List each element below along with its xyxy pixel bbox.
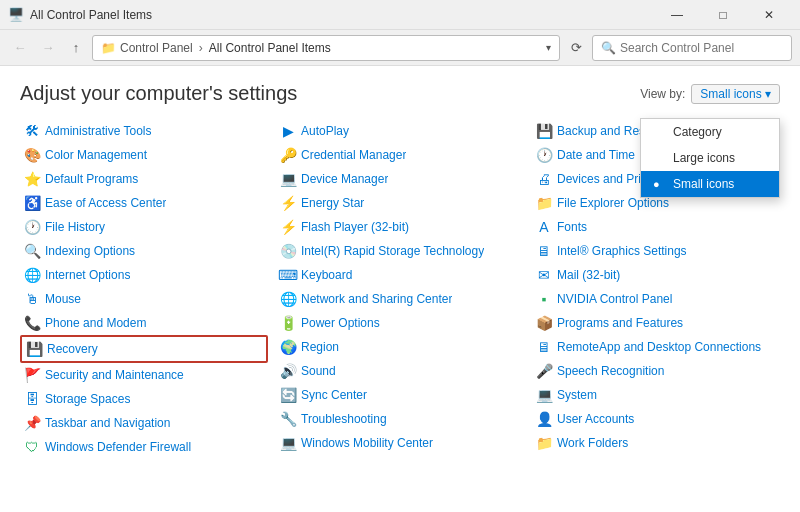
list-item[interactable]: ⌨Keyboard [276,263,524,287]
view-by-control: View by: Small icons ▾ [640,84,780,104]
dropdown-arrow-icon[interactable]: ▾ [546,42,551,53]
list-item[interactable]: 🛠Administrative Tools [20,119,268,143]
minimize-button[interactable]: — [654,0,700,30]
list-item[interactable]: 🌐Internet Options [20,263,268,287]
cp-icon: A [536,219,552,235]
cp-icon: 💿 [280,243,296,259]
search-input[interactable] [620,41,783,55]
dropdown-item-category[interactable]: Category [641,119,779,145]
back-button[interactable]: ← [8,36,32,60]
cp-icon: ⚡ [280,219,296,235]
cp-item-label: Administrative Tools [45,124,152,138]
list-item[interactable]: 🌍Region [276,335,524,359]
cp-item-label: Power Options [301,316,380,330]
list-item[interactable]: 💻Device Manager [276,167,524,191]
list-item[interactable]: 🗄Storage Spaces [20,387,268,411]
dropdown-item-large-icons[interactable]: Large icons [641,145,779,171]
cp-item-label: Energy Star [301,196,364,210]
list-item[interactable]: ⚡Flash Player (32-bit) [276,215,524,239]
cp-item-label: Intel(R) Rapid Storage Technology [301,244,484,258]
list-item[interactable]: 💾Recovery [20,335,268,363]
grid-column: ▶AutoPlay🔑Credential Manager💻Device Mana… [276,119,524,459]
list-item[interactable]: 📦Programs and Features [532,311,780,335]
cp-item-label: Sync Center [301,388,367,402]
list-item[interactable]: 📞Phone and Modem [20,311,268,335]
list-item[interactable]: ▪NVIDIA Control Panel [532,287,780,311]
cp-item-label: Network and Sharing Center [301,292,452,306]
refresh-button[interactable]: ⟳ [564,36,588,60]
list-item[interactable]: 📁Work Folders [532,431,780,455]
up-button[interactable]: ↑ [64,36,88,60]
maximize-button[interactable]: □ [700,0,746,30]
list-item[interactable]: AFonts [532,215,780,239]
view-by-button[interactable]: Small icons ▾ [691,84,780,104]
breadcrumb-all-items[interactable]: All Control Panel Items [209,41,331,55]
search-box[interactable]: 🔍 [592,35,792,61]
header-row: Adjust your computer's settings View by:… [20,82,780,105]
cp-icon: 🖥 [536,243,552,259]
list-item[interactable]: 🌐Network and Sharing Center [276,287,524,311]
list-item[interactable]: 🖥Intel® Graphics Settings [532,239,780,263]
cp-icon: 🔋 [280,315,296,331]
list-item[interactable]: ✉Mail (32-bit) [532,263,780,287]
dropdown-item-small-icons[interactable]: ● Small icons [641,171,779,197]
cp-item-label: AutoPlay [301,124,349,138]
grid-column: 🛠Administrative Tools🎨Color Management⭐D… [20,119,268,459]
list-item[interactable]: 💿Intel(R) Rapid Storage Technology [276,239,524,263]
cp-item-label: Taskbar and Navigation [45,416,170,430]
list-item[interactable]: 🕐File History [20,215,268,239]
list-item[interactable]: 🔄Sync Center [276,383,524,407]
cp-icon: 💻 [280,435,296,451]
address-box[interactable]: 📁 Control Panel › All Control Panel Item… [92,35,560,61]
cp-icon: 📁 [536,435,552,451]
list-item[interactable]: 🎤Speech Recognition [532,359,780,383]
cp-icon: 🔍 [24,243,40,259]
cp-icon: 🎤 [536,363,552,379]
cp-item-label: File Explorer Options [557,196,669,210]
list-item[interactable]: 🎨Color Management [20,143,268,167]
cp-item-label: Intel® Graphics Settings [557,244,687,258]
cp-icon: ✉ [536,267,552,283]
dropdown-label: Large icons [673,151,735,165]
list-item[interactable]: 🔋Power Options [276,311,524,335]
list-item[interactable]: 🚩Security and Maintenance [20,363,268,387]
cp-item-label: Ease of Access Center [45,196,166,210]
list-item[interactable]: 🔧Troubleshooting [276,407,524,431]
cp-icon: ♿ [24,195,40,211]
breadcrumb-control-panel[interactable]: Control Panel [120,41,193,55]
cp-item-label: Security and Maintenance [45,368,184,382]
list-item[interactable]: ⚡Energy Star [276,191,524,215]
cp-icon: 👤 [536,411,552,427]
list-item[interactable]: 🔊Sound [276,359,524,383]
list-item[interactable]: 🖱Mouse [20,287,268,311]
list-item[interactable]: ⭐Default Programs [20,167,268,191]
cp-icon: ⌨ [280,267,296,283]
list-item[interactable]: 📌Taskbar and Navigation [20,411,268,435]
address-bar: ← → ↑ 📁 Control Panel › All Control Pane… [0,30,800,66]
list-item[interactable]: 🔑Credential Manager [276,143,524,167]
list-item[interactable]: 💻Windows Mobility Center [276,431,524,455]
window-controls: — □ ✕ [654,0,792,30]
cp-icon: 🔊 [280,363,296,379]
forward-button[interactable]: → [36,36,60,60]
list-item[interactable]: 🛡Windows Defender Firewall [20,435,268,459]
list-item[interactable]: 🔍Indexing Options [20,239,268,263]
cp-icon: 💻 [280,171,296,187]
window-title: All Control Panel Items [30,8,152,22]
list-item[interactable]: ▶AutoPlay [276,119,524,143]
close-button[interactable]: ✕ [746,0,792,30]
folder-icon: 📁 [101,41,116,55]
cp-item-label: Fonts [557,220,587,234]
list-item[interactable]: 💻System [532,383,780,407]
list-item[interactable]: ♿Ease of Access Center [20,191,268,215]
list-item[interactable]: 🖥RemoteApp and Desktop Connections [532,335,780,359]
cp-item-label: User Accounts [557,412,634,426]
page-title: Adjust your computer's settings [20,82,297,105]
cp-icon: 🖱 [24,291,40,307]
cp-icon: 🌐 [24,267,40,283]
cp-item-label: Windows Mobility Center [301,436,433,450]
cp-item-label: Phone and Modem [45,316,146,330]
cp-icon: 🎨 [24,147,40,163]
cp-icon: 🔑 [280,147,296,163]
list-item[interactable]: 👤User Accounts [532,407,780,431]
